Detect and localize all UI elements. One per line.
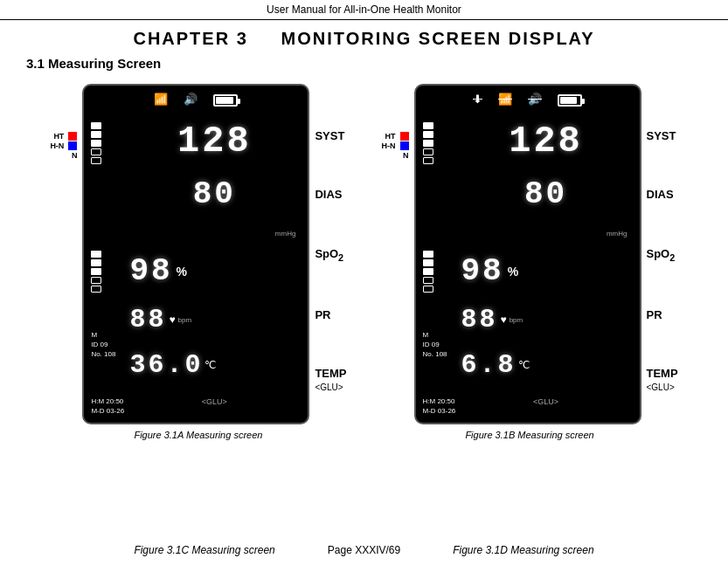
battery-icon-a <box>213 93 238 108</box>
figure-a-caption: Figure 3.1A Measuring screen <box>134 430 262 440</box>
header-title: User Manual for All-in-One Health Monito… <box>267 3 461 16</box>
mmhg-label-b: mmHg <box>461 230 631 238</box>
page-footer: Figure 3.1C Measuring screen Page XXXIV/… <box>0 544 728 556</box>
spo2-bar-b <box>423 251 456 293</box>
speaker-x-icon-b: 🔊 <box>528 93 542 108</box>
syst-label-b: SYST <box>647 129 678 142</box>
pr-label-a: PR <box>315 308 346 321</box>
hn-label-b: H-N <box>382 141 409 150</box>
spo2-row-b: 98 % <box>461 256 631 287</box>
wifi-x-icon-b: 📶 <box>498 93 512 108</box>
ht-label-b: HT <box>385 132 409 141</box>
glu-label-a: <GLU> <box>129 397 299 406</box>
spo2-row-a: 98 % <box>129 256 299 287</box>
wifi-icon-a: 📶 <box>154 93 168 108</box>
figure-b-caption: Figure 3.1B Measuring screen <box>465 430 593 440</box>
syst-bar-a <box>91 122 124 164</box>
page-header: User Manual for All-in-One Health Monito… <box>0 0 728 20</box>
outer-right-labels-b: SYST DIAS SpO2 PR TEMP<GLU> <box>647 84 678 424</box>
heart-icon-b: ♥ <box>501 314 507 326</box>
ht-box-b <box>400 132 409 141</box>
section-title: 3.1 Measuring Screen <box>26 56 702 71</box>
chapter-heading: MONITORING SCREEN DISPLAY <box>281 29 595 48</box>
mid-section-b: M ID 09 No. 108 <box>423 330 456 360</box>
center-display-b: 128 80 mmHg 98 % 88 ♥ bpm 6 <box>458 114 634 416</box>
hn-box-b <box>400 141 409 150</box>
dias-label-a: DIAS <box>315 188 346 201</box>
fig-c-caption: Figure 3.1C Measuring screen <box>134 544 274 556</box>
deg-sym-b: ℃ <box>518 359 530 371</box>
temp-value-a: 36.0 <box>129 352 203 378</box>
pr-label-b: PR <box>647 308 678 321</box>
monitor-a-icons: 📶 🔊 <box>89 93 302 108</box>
deg-sym-a: ℃ <box>205 359 216 371</box>
spo2-value-b: 98 <box>461 256 504 287</box>
temp-row-b: 6.8 ℃ <box>461 352 631 378</box>
outer-left-labels-a: HT H-N N <box>50 84 77 424</box>
glu-label-b: <GLU> <box>461 397 631 406</box>
time-section-b: H:M 20:50 M-D 03-26 <box>423 396 456 416</box>
usb-x-icon-b: ⬇ <box>473 93 482 108</box>
ht-label-a: HT <box>53 132 77 141</box>
syst-bar-b <box>423 122 456 164</box>
page-number: Page XXXIV/69 <box>328 544 400 556</box>
ht-box-a <box>68 132 77 141</box>
spo2-label-a: SpO2 <box>315 247 346 263</box>
figure-a: HT H-N N <box>50 84 346 440</box>
spo2-value-a: 98 <box>129 256 172 287</box>
syst-label-a: SYST <box>315 129 346 142</box>
chapter-title: CHAPTER 3 MONITORING SCREEN DISPLAY <box>0 29 728 49</box>
monitor-b-icons: ⬇ 📶 🔊 <box>421 93 634 108</box>
percent-sym-b: % <box>508 265 518 279</box>
heart-icon-a: ♥ <box>169 314 175 326</box>
monitor-b-body: M ID 09 No. 108 H:M 20:50 M-D 03-26 128 … <box>421 114 634 416</box>
dias-label-b: DIAS <box>647 188 678 201</box>
mid-section-a: M ID 09 No. 108 <box>91 330 124 360</box>
temp-label-a: TEMP<GLU> <box>315 367 346 393</box>
speaker-icon-a: 🔊 <box>184 93 198 108</box>
mmhg-label-a: mmHg <box>129 230 299 238</box>
bpm-label-a: bpm <box>178 316 192 324</box>
temp-value-b: 6.8 <box>461 352 517 378</box>
pr-value-b: 88 <box>461 307 498 333</box>
left-indicators-a: M ID 09 No. 108 H:M 20:50 M-D 03-26 <box>89 114 126 416</box>
pr-row-a: 88 ♥ bpm <box>129 307 299 333</box>
left-indicators-b: M ID 09 No. 108 H:M 20:50 M-D 03-26 <box>421 114 458 416</box>
outer-right-labels-a: SYST DIAS SpO2 PR TEMP<GLU> <box>315 84 346 424</box>
syst-value-b: 128 <box>461 123 631 160</box>
dias-value-a: 80 <box>129 179 299 210</box>
fig-d-caption: Figure 3.1D Measuring screen <box>453 544 593 556</box>
hn-label-a: H-N <box>50 141 77 150</box>
temp-row-a: 36.0 ℃ <box>129 352 299 378</box>
hn-box-a <box>68 141 77 150</box>
n-label-b: N <box>403 151 409 160</box>
n-label-a: N <box>72 151 78 160</box>
spo2-label-b: SpO2 <box>647 247 678 263</box>
spo2-bar-a <box>91 251 124 293</box>
monitor-a-body: M ID 09 No. 108 H:M 20:50 M-D 03-26 <box>89 114 302 416</box>
monitor-b: ⬇ 📶 🔊 <box>414 84 641 424</box>
center-display-a: 128 80 mmHg 98 % 88 ♥ bpm <box>126 114 302 416</box>
percent-sym-a: % <box>177 265 187 279</box>
pr-row-b: 88 ♥ bpm <box>461 307 631 333</box>
pr-value-a: 88 <box>129 307 166 333</box>
outer-left-labels-b: HT H-N N <box>382 84 409 424</box>
figure-b: HT H-N N <box>382 84 678 440</box>
monitor-a: 📶 🔊 <box>82 84 309 424</box>
time-section-a: H:M 20:50 M-D 03-26 <box>91 396 124 416</box>
chapter-number: CHAPTER 3 <box>133 29 247 48</box>
dias-value-b: 80 <box>461 179 631 210</box>
battery-icon-b <box>558 93 582 108</box>
figures-row: HT H-N N <box>0 84 728 440</box>
syst-value-a: 128 <box>129 123 299 160</box>
temp-label-b: TEMP<GLU> <box>647 367 678 393</box>
bpm-label-b: bpm <box>510 316 523 324</box>
